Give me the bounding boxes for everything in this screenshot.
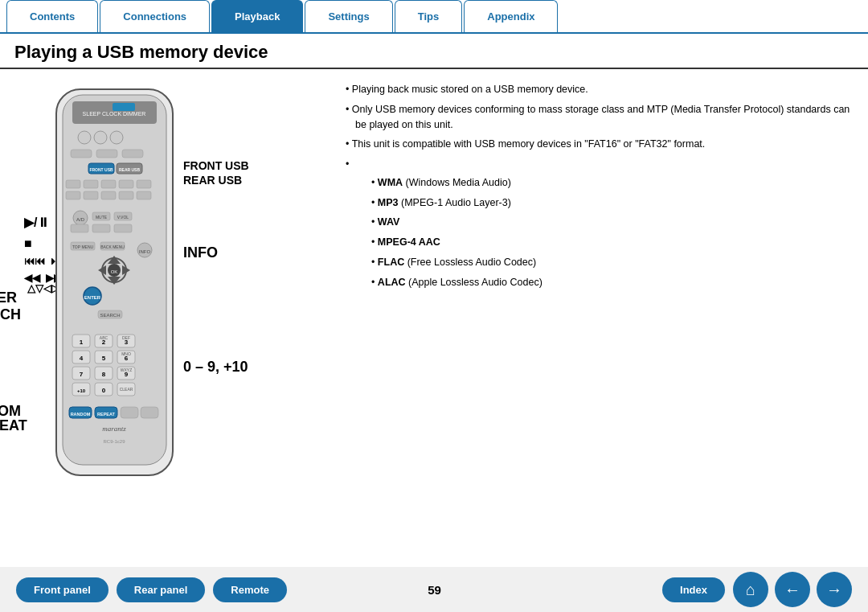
- file-type-mpeg4aac: MPEG-4 AAC: [371, 235, 852, 250]
- info-list: Playing back music stored on a USB memor…: [346, 82, 852, 290]
- forward-button[interactable]: →: [817, 572, 852, 607]
- svg-rect-22: [101, 191, 116, 199]
- top-nav: Contents Connections Playback Settings T…: [0, 0, 868, 34]
- repeat-label: REPEAT: [0, 417, 27, 434]
- index-button[interactable]: Index: [662, 577, 725, 602]
- page-title: Playing a USB memory device: [14, 42, 854, 63]
- tab-playback[interactable]: Playback: [211, 0, 303, 32]
- svg-text:8: 8: [102, 371, 106, 378]
- svg-text:1: 1: [80, 339, 84, 346]
- back-arrow-icon: ←: [784, 581, 800, 599]
- info-label: INFO: [183, 244, 218, 261]
- file-type-wma: WMA (Windows Media Audio): [371, 175, 852, 191]
- svg-point-6: [94, 131, 107, 144]
- forward-arrow-icon: →: [826, 581, 842, 599]
- svg-text:4: 4: [80, 355, 84, 362]
- info-item-4: WMA (Windows Media Audio) MP3 (MPEG-1 Au…: [346, 157, 852, 290]
- svg-text:5: 5: [102, 355, 106, 362]
- svg-text:RANDOM: RANDOM: [71, 412, 91, 417]
- enter-label: ENTER: [0, 290, 17, 306]
- svg-rect-31: [71, 224, 88, 232]
- svg-rect-17: [101, 180, 116, 188]
- front-usb-label: FRONT USB: [183, 159, 249, 172]
- bottom-right-nav: ⌂ ← →: [733, 572, 852, 607]
- info-item-3: This unit is compatible with USB memory …: [346, 137, 852, 152]
- svg-text:MNO: MNO: [121, 351, 131, 356]
- tab-connections[interactable]: Connections: [100, 0, 210, 32]
- svg-rect-19: [137, 180, 151, 188]
- svg-text:7: 7: [80, 371, 84, 378]
- tab-settings[interactable]: Settings: [305, 0, 392, 32]
- info-item-2: Only USB memory devices conforming to ma…: [346, 102, 852, 133]
- svg-text:REAR USB: REAR USB: [119, 167, 141, 172]
- file-type-mp3: MP3 (MPEG-1 Audio Layer-3): [371, 195, 852, 211]
- home-icon: ⌂: [746, 581, 755, 599]
- svg-text:INFO: INFO: [139, 249, 151, 254]
- svg-text:REPEAT: REPEAT: [97, 412, 116, 417]
- search-label: SEARCH: [0, 306, 21, 323]
- svg-rect-15: [66, 180, 80, 188]
- rear-panel-button[interactable]: Rear panel: [117, 577, 205, 602]
- main-content: ▶/⏸ ■ ⏮⏮ ⏭⏭ ◀◀ ▶▶ △▽◁▷ SLEEP CLOCK DIMME…: [0, 69, 868, 562]
- tab-tips[interactable]: Tips: [395, 0, 463, 32]
- svg-rect-21: [84, 191, 98, 199]
- svg-text:0: 0: [102, 387, 106, 394]
- svg-text:BACK MENU: BACK MENU: [100, 244, 125, 249]
- svg-rect-24: [137, 191, 151, 199]
- file-types-list: WMA (Windows Media Audio) MP3 (MPEG-1 Au…: [371, 175, 852, 290]
- file-type-flac: FLAC (Free Lossless Audio Codec): [371, 255, 852, 270]
- svg-text:SEARCH: SEARCH: [100, 313, 120, 318]
- zero-nine-label: 0 – 9, +10: [183, 359, 248, 376]
- svg-text:marantz: marantz: [102, 425, 126, 433]
- svg-text:+10: +10: [77, 388, 86, 393]
- svg-text:DEF: DEF: [122, 335, 130, 340]
- svg-text:ABC: ABC: [100, 335, 108, 340]
- page-title-bar: Playing a USB memory device: [0, 34, 868, 69]
- tab-appendix[interactable]: Appendix: [464, 0, 558, 32]
- svg-rect-10: [122, 150, 143, 158]
- home-button[interactable]: ⌂: [733, 572, 768, 607]
- svg-rect-4: [113, 103, 135, 111]
- svg-text:V.VOL: V.VOL: [117, 215, 129, 220]
- file-type-wav: WAV: [371, 215, 852, 230]
- page-number: 59: [215, 583, 654, 597]
- svg-rect-83: [121, 407, 138, 418]
- info-area: Playing back music stored on a USB memor…: [338, 69, 868, 562]
- svg-text:TOP MENU: TOP MENU: [72, 244, 94, 249]
- svg-point-5: [78, 131, 91, 144]
- svg-text:OK: OK: [111, 269, 118, 274]
- file-type-alac: ALAC (Apple Lossless Audio Codec): [371, 275, 852, 290]
- svg-text:WXYZ: WXYZ: [121, 368, 132, 372]
- svg-text:ENTER: ENTER: [84, 295, 101, 300]
- svg-point-7: [110, 131, 123, 144]
- remote-area: ▶/⏸ ■ ⏮⏮ ⏭⏭ ◀◀ ▶▶ △▽◁▷ SLEEP CLOCK DIMME…: [0, 69, 338, 562]
- svg-rect-16: [84, 180, 98, 188]
- svg-rect-20: [66, 191, 80, 199]
- svg-text:A/D: A/D: [76, 217, 85, 222]
- svg-rect-84: [141, 407, 158, 418]
- svg-rect-8: [71, 150, 92, 158]
- info-item-1: Playing back music stored on a USB memor…: [346, 82, 852, 97]
- svg-rect-23: [119, 191, 133, 199]
- svg-rect-33: [114, 224, 132, 232]
- svg-text:RC9-1c29: RC9-1c29: [103, 439, 125, 444]
- svg-text:FRONT USB: FRONT USB: [89, 167, 113, 172]
- front-panel-button[interactable]: Front panel: [16, 577, 108, 602]
- svg-rect-18: [119, 180, 133, 188]
- tab-contents[interactable]: Contents: [6, 0, 98, 32]
- bottom-nav: Front panel Rear panel Remote 59 Index ⌂…: [0, 567, 868, 612]
- svg-rect-9: [96, 150, 117, 158]
- back-button[interactable]: ←: [775, 572, 810, 607]
- remote-image: SLEEP CLOCK DIMMER FRONT USB REAR USB: [48, 85, 181, 487]
- svg-rect-32: [92, 224, 110, 232]
- svg-text:MUTE: MUTE: [96, 215, 108, 220]
- svg-text:CLEAR: CLEAR: [120, 387, 133, 392]
- rear-usb-label: REAR USB: [183, 174, 242, 187]
- svg-text:SLEEP CLOCK DIMMER: SLEEP CLOCK DIMMER: [83, 111, 146, 117]
